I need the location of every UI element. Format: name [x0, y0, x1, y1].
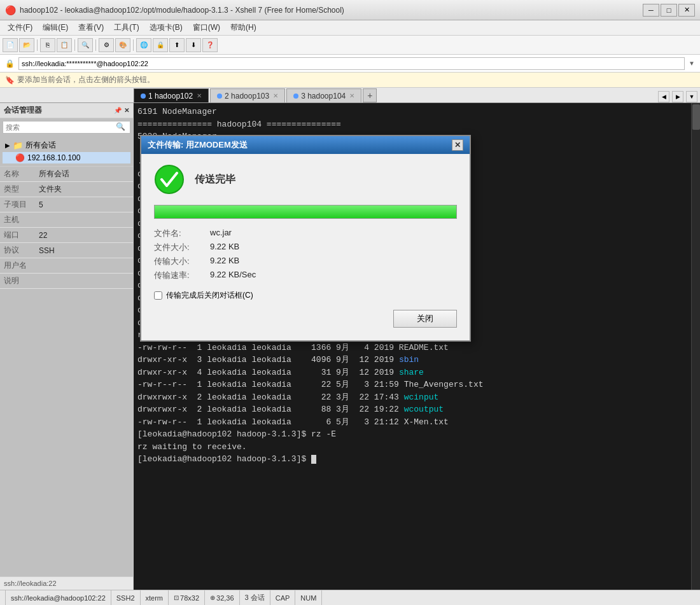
tab-add-button[interactable]: +: [363, 88, 377, 102]
status-pos: ⊕ 32,36: [205, 590, 240, 605]
toolbar-globe[interactable]: 🌐: [136, 38, 151, 52]
terminal-line-22: -rw-r--r-- 1 leokadia leokadia 22 5月 3 2…: [137, 379, 687, 391]
prop-row-name: 名称 所有会话: [0, 167, 133, 182]
terminal-line-20: drwxr-xr-x 3 leokadia leokadia 4096 9月 1…: [137, 354, 687, 366]
toolbar-copy[interactable]: ⎘: [40, 38, 55, 52]
menu-help[interactable]: 帮助(H): [225, 21, 262, 34]
toolbar-color[interactable]: 🎨: [115, 38, 130, 52]
title-bar-text: hadoop102 - leokadia@hadoop102:/opt/modu…: [20, 6, 639, 15]
scrollbar-thumb[interactable]: [692, 104, 700, 130]
prop-row-host: 主机: [0, 212, 133, 228]
toolbar-find[interactable]: 🔍: [78, 38, 93, 52]
sidebar-tree: ▶ 📁 所有会话 🔴 192.168.10.100: [0, 136, 133, 166]
terminal-line-28: [leokadia@hadoop102 hadoop-3.1.3]$: [137, 453, 687, 466]
status-size-text: 78x32: [180, 594, 199, 602]
prop-row-children: 子项目 5: [0, 197, 133, 212]
sidebar-tree-root[interactable]: ▶ 📁 所有会话: [3, 139, 130, 152]
tab-close-2[interactable]: ✕: [273, 92, 278, 99]
minimize-button[interactable]: ─: [643, 4, 659, 17]
file-label: 文件名:: [154, 228, 205, 239]
tab-menu[interactable]: ▼: [686, 91, 697, 102]
file-value: wc.jar: [210, 228, 457, 239]
prop-row-desc: 说明: [0, 274, 133, 289]
tab-close-3[interactable]: ✕: [349, 92, 354, 99]
dialog-success-row: 传送完毕: [154, 164, 457, 195]
toolbar-upload[interactable]: ⬆: [169, 38, 185, 52]
prop-table: 名称 所有会话 类型 文件夹 子项目 5 主机: [0, 167, 133, 289]
menu-bar: 文件(F) 编辑(E) 查看(V) 工具(T) 选项卡(B) 窗口(W) 帮助(…: [0, 20, 700, 36]
toolbar-help[interactable]: ❓: [202, 38, 218, 52]
progress-bar-container: [154, 205, 457, 219]
menu-view[interactable]: 查看(V): [73, 21, 109, 34]
auto-close-label: 传输完成后关闭对话框(C): [166, 290, 253, 301]
menu-window[interactable]: 窗口(W): [188, 21, 225, 34]
status-pos-icon: ⊕: [210, 594, 215, 601]
rate-value: 9.22 KB/Sec: [210, 270, 457, 281]
sidebar-search-area: 🔍: [0, 118, 133, 136]
tree-item-label: 192.168.10.100: [27, 153, 80, 162]
dialog-footer: 关闭: [154, 310, 457, 330]
sidebar-tree-item-192[interactable]: 🔴 192.168.10.100: [3, 152, 130, 163]
status-sessions: 3 会话: [240, 590, 270, 605]
close-button[interactable]: ✕: [678, 4, 695, 17]
address-dropdown-icon[interactable]: ▼: [689, 60, 695, 67]
tab-label-1: 1 hadoop102: [148, 92, 193, 101]
sidebar-ssh-text: ssh://leokadia:22: [4, 580, 57, 587]
status-url-text: ssh://leokadia@hadoop102:22: [11, 594, 106, 602]
sidebar: 会话管理器 📌 ✕ 🔍 ▶ 📁 所有会话: [0, 103, 134, 590]
toolbar-paste[interactable]: 📋: [57, 38, 72, 52]
menu-file[interactable]: 文件(F): [3, 21, 38, 34]
restore-button[interactable]: □: [661, 4, 677, 17]
size-label: 文件大小:: [154, 242, 205, 253]
sidebar-close-icon[interactable]: ✕: [124, 107, 129, 114]
toolbar-settings[interactable]: ⚙: [99, 38, 114, 52]
toolbar-new[interactable]: 📄: [3, 38, 18, 52]
tab-dot-1: [141, 94, 146, 99]
menu-tab[interactable]: 选项卡(B): [144, 21, 188, 34]
dialog-close-btn[interactable]: 关闭: [393, 310, 457, 328]
content-and-status: 1 hadoop102 ✕ 2 hadoop103 ✕ 3 hadoop104 …: [0, 88, 700, 605]
tab-hadoop104[interactable]: 3 hadoop104 ✕: [286, 88, 361, 102]
toolbar-lock[interactable]: 🔒: [153, 38, 168, 52]
auto-close-checkbox[interactable]: [154, 291, 162, 300]
toolbar: 📄 📂 ⎘ 📋 🔍 ⚙ 🎨 🌐 🔒 ⬆ ⬇ ❓: [0, 36, 700, 55]
transfer-value: 9.22 KB: [210, 256, 457, 267]
address-input[interactable]: [18, 57, 685, 70]
prop-value-port: 22: [35, 228, 133, 243]
terminal-scrollbar[interactable]: [691, 103, 700, 590]
prop-label-children: 子项目: [0, 197, 35, 212]
status-xterm-text: xterm: [146, 594, 164, 602]
tab-nav-left[interactable]: ◀: [658, 91, 669, 102]
status-protocol: SSH2: [111, 590, 141, 605]
sidebar-pin-icon[interactable]: 📌: [114, 107, 122, 114]
status-pos-text: 32,36: [216, 594, 234, 602]
toolbar-download[interactable]: ⬇: [186, 38, 201, 52]
toolbar-open[interactable]: 📂: [19, 38, 34, 52]
tab-close-1[interactable]: ✕: [197, 92, 202, 99]
dialog-close-button[interactable]: ✕: [452, 139, 463, 151]
menu-edit[interactable]: 编辑(E): [38, 21, 73, 34]
sidebar-header: 会话管理器 📌 ✕: [0, 103, 133, 118]
main-window: 🔴 hadoop102 - leokadia@hadoop102:/opt/mo…: [0, 0, 700, 605]
prop-row-port: 端口 22: [0, 228, 133, 243]
prop-value-username: [35, 258, 133, 274]
sidebar-search-input[interactable]: [3, 121, 130, 134]
prop-label-port: 端口: [0, 228, 35, 243]
tab-hadoop102[interactable]: 1 hadoop102 ✕: [134, 88, 209, 102]
tab-nav-right[interactable]: ▶: [672, 91, 683, 102]
server-icon: 🔴: [15, 153, 25, 162]
status-ssh-url: ssh://leokadia@hadoop102:22: [5, 590, 111, 605]
tab-hadoop103[interactable]: 2 hadoop103 ✕: [210, 88, 285, 102]
sidebar-title: 会话管理器: [4, 105, 42, 116]
tab-label-3: 3 hadoop104: [301, 92, 346, 101]
status-size: ⊡ 78x32: [169, 590, 205, 605]
title-bar: 🔴 hadoop102 - leokadia@hadoop102:/opt/mo…: [0, 0, 700, 20]
menu-tools[interactable]: 工具(T): [109, 21, 144, 34]
status-protocol-text: SSH2: [116, 594, 135, 602]
dialog-title-bar: 文件传输: 用ZMODEM发送 ✕: [141, 136, 470, 154]
prop-row-type: 类型 文件夹: [0, 182, 133, 197]
notice-icon: 🔖: [5, 76, 15, 85]
status-bar: ssh://leokadia@hadoop102:22 SSH2 xterm ⊡…: [0, 590, 700, 605]
rate-label: 传输速率:: [154, 270, 205, 281]
prop-label-name: 名称: [0, 167, 35, 182]
